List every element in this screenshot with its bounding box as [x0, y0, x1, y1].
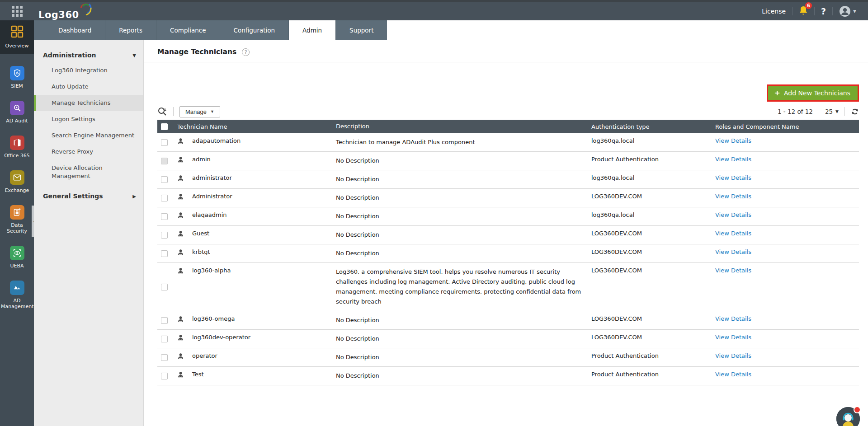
tab-support[interactable]: Support: [335, 20, 387, 40]
row-checkbox[interactable]: [161, 195, 168, 201]
page-size-dropdown[interactable]: 25 ▼: [825, 108, 839, 115]
row-checkbox[interactable]: [161, 373, 168, 379]
column-header-description[interactable]: Description: [336, 122, 369, 131]
menu-item-manage-technicians[interactable]: Manage Technicians: [34, 95, 143, 111]
column-header-authentication-type[interactable]: Authentication type: [591, 123, 650, 130]
view-details-link[interactable]: View Details: [715, 193, 751, 200]
description-text: No Description: [336, 352, 379, 362]
person-icon: [177, 156, 184, 164]
main-nav-tabs: DashboardReportsComplianceConfigurationA…: [34, 20, 387, 40]
roles-cell: View Details: [715, 170, 859, 188]
help-icon[interactable]: ?: [821, 6, 826, 16]
tab-dashboard[interactable]: Dashboard: [45, 20, 105, 40]
row-checkbox[interactable]: [161, 284, 168, 290]
sidebar-item-label: AD Management: [0, 298, 34, 309]
notifications-bell-icon[interactable]: 6: [799, 5, 808, 17]
view-details-link[interactable]: View Details: [715, 174, 751, 181]
sidebar-item-ad-management[interactable]: AD Management: [0, 281, 34, 309]
menu-section-label: General Settings: [43, 192, 103, 200]
technician-name-cell: admin: [177, 152, 336, 170]
roles-cell: View Details: [715, 311, 859, 329]
sidebar-item-ad-audit[interactable]: AD Audit: [0, 101, 34, 124]
view-details-link[interactable]: View Details: [715, 352, 751, 359]
menu-item-log360-integration[interactable]: Log360 Integration: [34, 62, 143, 79]
toolbar-separator: [173, 107, 174, 116]
description-cell: No Description: [336, 189, 591, 207]
menu-item-search-engine-management[interactable]: Search Engine Management: [34, 127, 143, 144]
description-text: Technician to manage ADAudit Plus compon…: [336, 137, 475, 147]
menu-section-general-settings[interactable]: General Settings ▶: [34, 189, 143, 203]
log360-logo[interactable]: Log360: [38, 2, 92, 20]
person-icon: [177, 249, 184, 257]
table-row: adminNo DescriptionProduct Authenticatio…: [157, 152, 859, 170]
chevron-down-icon: ▼: [853, 9, 856, 14]
plus-icon: +: [774, 89, 780, 97]
view-details-link[interactable]: View Details: [715, 267, 751, 274]
main-content: Manage Technicians ? + Add New Technicia…: [144, 40, 868, 426]
sidebar-item-office-365[interactable]: Office 365: [0, 136, 34, 159]
roles-cell: View Details: [715, 263, 859, 311]
view-details-link[interactable]: View Details: [715, 371, 751, 378]
support-chat-button[interactable]: [836, 407, 860, 426]
roles-cell: View Details: [715, 189, 859, 207]
row-checkbox[interactable]: [161, 336, 168, 342]
authentication-type-cell: log360qa.local: [591, 207, 715, 225]
table-row: GuestNo DescriptionLOG360DEV.COMView Det…: [157, 226, 859, 244]
view-details-link[interactable]: View Details: [715, 137, 751, 144]
menu-section-administration[interactable]: Administration ▼: [34, 48, 143, 62]
row-checkbox[interactable]: [161, 232, 168, 239]
roles-cell: View Details: [715, 207, 859, 225]
view-details-link[interactable]: View Details: [715, 211, 751, 218]
sidebar-item-siem[interactable]: SIEM: [0, 66, 34, 89]
person-icon: [177, 230, 184, 239]
authentication-type: LOG360DEV.COM: [591, 193, 642, 200]
authentication-type: LOG360DEV.COM: [591, 315, 642, 322]
technician-name-cell: adapautomation: [177, 133, 336, 151]
table-row: administratorNo Descriptionlog360qa.loca…: [157, 170, 859, 189]
row-checkbox[interactable]: [161, 176, 168, 183]
row-checkbox[interactable]: [161, 317, 168, 324]
tab-reports[interactable]: Reports: [105, 20, 156, 40]
column-header-technician-name[interactable]: Technician Name: [177, 123, 227, 130]
technician-name: administrator: [192, 174, 232, 181]
tab-admin[interactable]: Admin: [288, 20, 335, 40]
sidebar-item-ueba[interactable]: UEBA: [0, 246, 34, 269]
view-details-link[interactable]: View Details: [715, 156, 751, 163]
column-header-roles[interactable]: Roles and Component Name: [715, 123, 799, 130]
tab-compliance[interactable]: Compliance: [156, 20, 219, 40]
person-icon: [177, 175, 184, 183]
sidebar-item-data-security[interactable]: Data Security: [0, 205, 34, 234]
description-text: No Description: [336, 315, 379, 325]
envelope-icon: [10, 170, 24, 185]
technician-name-cell: log360-alpha: [177, 263, 336, 311]
sidebar-item-overview[interactable]: Overview: [0, 20, 34, 54]
manage-dropdown-button[interactable]: Manage ▼: [179, 106, 220, 117]
page-help-icon[interactable]: ?: [242, 48, 250, 56]
add-new-technicians-button[interactable]: + Add New Technicians: [768, 86, 858, 100]
apps-grid-icon[interactable]: [0, 5, 34, 17]
row-checkbox[interactable]: [161, 354, 168, 361]
row-checkbox[interactable]: [161, 213, 168, 220]
view-details-link[interactable]: View Details: [715, 248, 751, 255]
column-search-icon[interactable]: [157, 107, 167, 117]
row-checkbox-cell: [157, 263, 177, 311]
view-details-link[interactable]: View Details: [715, 334, 751, 341]
license-link[interactable]: License: [762, 8, 786, 15]
sidebar-item-exchange[interactable]: Exchange: [0, 170, 34, 193]
view-details-link[interactable]: View Details: [715, 230, 751, 237]
description-cell: No Description: [336, 152, 591, 170]
menu-item-device-allocation-management[interactable]: Device Allocation Management: [34, 160, 143, 184]
chevron-down-icon: ▼: [132, 53, 136, 58]
menu-item-reverse-proxy[interactable]: Reverse Proxy: [34, 144, 143, 160]
menu-item-auto-update[interactable]: Auto Update: [34, 79, 143, 95]
eye-icon: [10, 246, 24, 260]
select-all-checkbox[interactable]: [161, 123, 168, 130]
user-menu[interactable]: ▼: [839, 5, 856, 17]
menu-item-logon-settings[interactable]: Logon Settings: [34, 111, 143, 127]
row-checkbox[interactable]: [161, 139, 168, 146]
row-checkbox[interactable]: [161, 250, 168, 257]
view-details-link[interactable]: View Details: [715, 315, 751, 322]
row-checkbox-cell: [157, 207, 177, 225]
tab-configuration[interactable]: Configuration: [220, 20, 289, 40]
refresh-icon[interactable]: [851, 108, 859, 116]
